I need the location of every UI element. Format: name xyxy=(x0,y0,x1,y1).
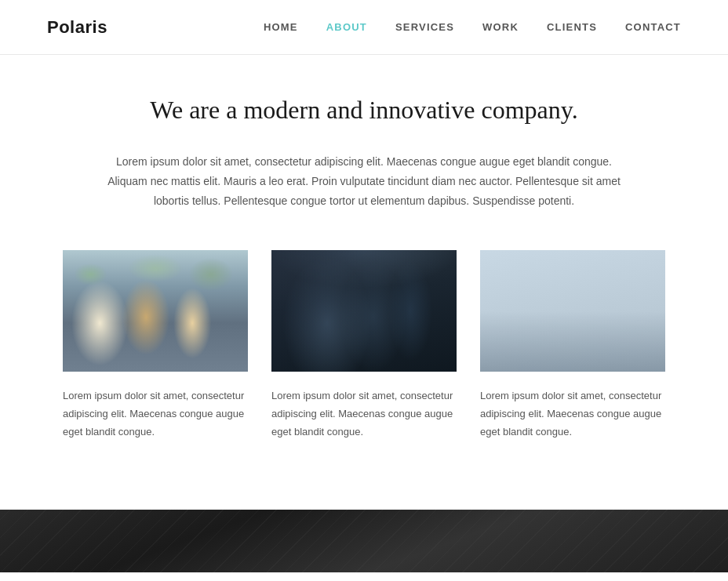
card-2: Lorem ipsum dolor sit amet, consectetur … xyxy=(271,250,457,441)
site-header: Polaris HOME ABOUT SERVICES WORK CLIENTS… xyxy=(0,0,728,55)
nav-services[interactable]: SERVICES xyxy=(395,21,454,33)
card-1-text: Lorem ipsum dolor sit amet, consectetur … xyxy=(63,387,248,441)
intro-text: Lorem ipsum dolor sit amet, consectetur … xyxy=(97,152,631,212)
nav-about[interactable]: ABOUT xyxy=(326,21,367,33)
card-3-image xyxy=(480,250,665,372)
card-2-image xyxy=(271,250,457,372)
nav-work[interactable]: WORK xyxy=(482,21,519,33)
card-3: Lorem ipsum dolor sit amet, consectetur … xyxy=(480,250,665,441)
nav-clients[interactable]: CLIENTS xyxy=(547,21,597,33)
card-1: Lorem ipsum dolor sit amet, consectetur … xyxy=(63,250,248,441)
site-logo: Polaris xyxy=(47,17,107,38)
main-content: We are a modern and innovative company. … xyxy=(0,55,728,510)
card-2-text: Lorem ipsum dolor sit amet, consectetur … xyxy=(271,387,457,441)
footer-dark-band xyxy=(0,510,728,572)
image-grid: Lorem ipsum dolor sit amet, consectetur … xyxy=(63,250,665,441)
card-3-text: Lorem ipsum dolor sit amet, consectetur … xyxy=(480,387,665,441)
nav-contact[interactable]: CONTACT xyxy=(625,21,681,33)
hero-title: We are a modern and innovative company. xyxy=(63,94,665,127)
main-nav: HOME ABOUT SERVICES WORK CLIENTS CONTACT xyxy=(264,21,681,33)
card-1-image xyxy=(63,250,248,372)
nav-home[interactable]: HOME xyxy=(264,21,298,33)
